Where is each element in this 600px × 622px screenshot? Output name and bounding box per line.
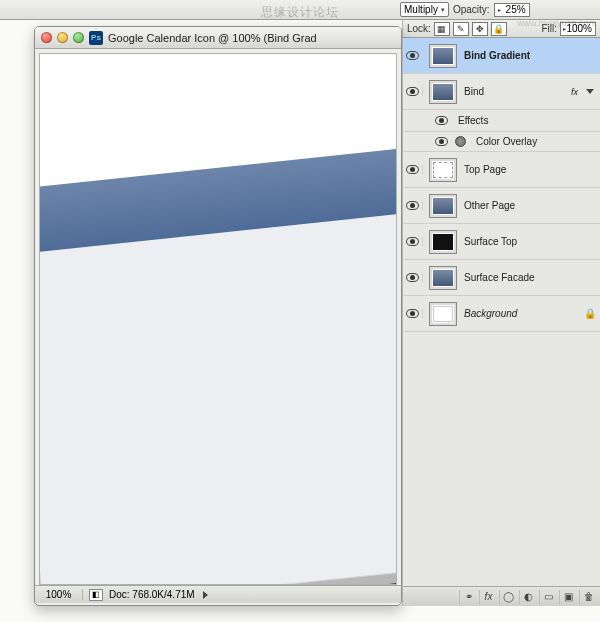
window-title: Google Calendar Icon @ 100% (Bind Grad [108,32,317,44]
layer-name[interactable]: Surface Facade [461,272,596,283]
layer-thumbnail[interactable] [429,230,457,254]
eye-icon [435,137,448,146]
visibility-toggle[interactable] [403,237,423,246]
layer-thumbnail[interactable] [429,44,457,68]
visibility-toggle[interactable] [403,309,423,318]
window-titlebar[interactable]: Ps Google Calendar Icon @ 100% (Bind Gra… [35,27,401,49]
lock-fill-bar: Lock: ▦ ✎ ✥ 🔒 Fill: ▸ 100% [402,20,600,38]
visibility-toggle[interactable] [431,116,451,125]
options-bar: Multiply ▾ Opacity: ▸ 25% [0,0,600,20]
layer-row-bind-gradient[interactable]: Bind Gradient [403,38,600,74]
blend-mode-value: Multiply [404,4,438,15]
layer-effect-color-overlay[interactable]: Color Overlay [403,132,600,152]
lock-label: Lock: [407,23,431,34]
layer-row-surface-facade[interactable]: Surface Facade [403,260,600,296]
layer-effects-header[interactable]: Effects [403,110,600,132]
eye-icon [406,51,419,60]
layer-row-surface-top[interactable]: Surface Top [403,224,600,260]
doc-info: Doc: 768.0K/4.71M [109,589,195,600]
fx-collapse-icon[interactable] [586,89,594,94]
layer-row-top-page[interactable]: Top Page [403,152,600,188]
layer-thumbnail[interactable] [429,158,457,182]
lock-icon: 🔒 [584,308,596,319]
layer-name[interactable]: Surface Top [461,236,596,247]
layer-name[interactable]: Bind [461,86,567,97]
eye-icon [406,237,419,246]
opacity-label: Opacity: [453,4,490,15]
doc-info-menu-icon[interactable] [203,591,208,599]
opacity-value: 25% [506,4,526,15]
layer-thumbnail[interactable] [429,80,457,104]
eye-icon [406,273,419,282]
eye-icon [406,165,419,174]
delete-layer-button[interactable]: 🗑 [579,590,597,604]
visibility-toggle[interactable] [403,165,423,174]
layer-row-other-page[interactable]: Other Page [403,188,600,224]
layer-style-button[interactable]: fx [479,590,497,604]
status-bar: 100% ◧ Doc: 768.0K/4.71M [35,585,401,603]
document-window: Ps Google Calendar Icon @ 100% (Bind Gra… [34,26,402,606]
fill-value: 100% [566,23,592,34]
close-button[interactable] [41,32,52,43]
opacity-popup-icon: ▸ [498,6,501,13]
visibility-toggle[interactable] [403,51,423,60]
eye-icon [406,201,419,210]
canvas[interactable] [39,53,397,585]
photoshop-icon: Ps [89,31,103,45]
traffic-lights [41,32,84,43]
blend-mode-dropdown[interactable]: Multiply ▾ [400,2,449,17]
eye-icon [435,116,448,125]
layers-panel: Bind Gradient Bind fx Effects Color Over… [402,38,600,606]
link-layers-button[interactable]: ⚭ [459,590,477,604]
layer-thumbnail[interactable] [429,302,457,326]
effect-icon [455,136,466,147]
opacity-input[interactable]: ▸ 25% [494,3,530,17]
chevron-down-icon: ▾ [441,6,445,14]
new-layer-button[interactable]: ▣ [559,590,577,604]
minimize-button[interactable] [57,32,68,43]
layers-list: Bind Gradient Bind fx Effects Color Over… [403,38,600,586]
zoom-level[interactable]: 100% [39,589,83,600]
eye-icon [406,87,419,96]
layer-thumbnail[interactable] [429,266,457,290]
zoom-button[interactable] [73,32,84,43]
fill-label: Fill: [541,23,557,34]
status-icon[interactable]: ◧ [89,589,103,601]
fx-indicator[interactable]: fx [571,87,578,97]
layer-mask-button[interactable]: ◯ [499,590,517,604]
layer-row-background[interactable]: Background 🔒 [403,296,600,332]
layers-panel-footer: ⚭ fx ◯ ◐ ▭ ▣ 🗑 [403,586,600,606]
lock-image-button[interactable]: ✎ [453,22,469,36]
visibility-toggle[interactable] [431,137,451,146]
fill-input[interactable]: ▸ 100% [560,22,596,36]
effects-label: Effects [455,115,596,126]
layer-name[interactable]: Background [461,308,578,319]
visibility-toggle[interactable] [403,87,423,96]
layer-name[interactable]: Top Page [461,164,596,175]
layer-row-bind[interactable]: Bind fx [403,74,600,110]
visibility-toggle[interactable] [403,273,423,282]
lock-position-button[interactable]: ✥ [472,22,488,36]
layer-name[interactable]: Other Page [461,200,596,211]
eye-icon [406,309,419,318]
lock-transparency-button[interactable]: ▦ [434,22,450,36]
lock-all-button[interactable]: 🔒 [491,22,507,36]
effect-name[interactable]: Color Overlay [473,136,596,147]
layer-thumbnail[interactable] [429,194,457,218]
adjustment-layer-button[interactable]: ◐ [519,590,537,604]
layer-name[interactable]: Bind Gradient [461,50,596,61]
visibility-toggle[interactable] [403,201,423,210]
layer-group-button[interactable]: ▭ [539,590,557,604]
